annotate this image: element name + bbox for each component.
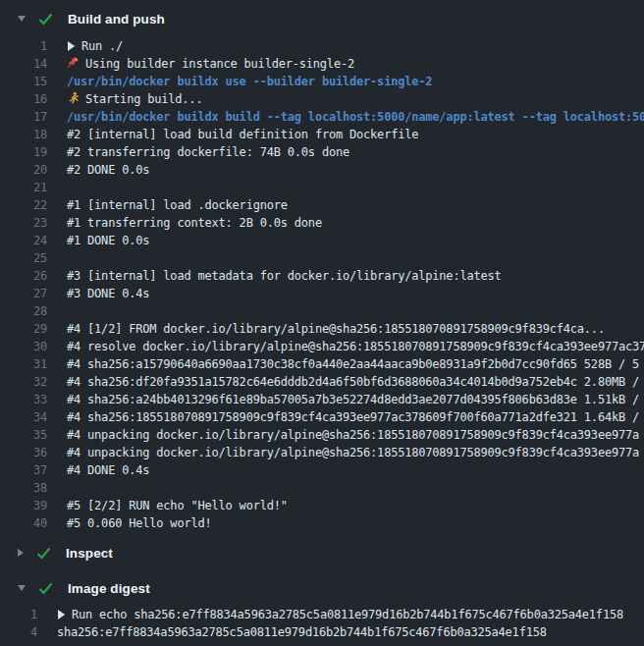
log-line: 1Run ./	[0, 37, 644, 55]
log-text: #4 [1/2] FROM docker.io/library/alpine@s…	[67, 320, 605, 338]
line-number[interactable]: 27	[0, 285, 47, 302]
log-text-content: #4 sha256:a24bb4013296f61e89ba57005a7b3e…	[67, 393, 639, 406]
line-number[interactable]: 23	[0, 214, 47, 232]
workflow-log: Build and push 1Run ./14Using builder in…	[0, 0, 644, 641]
log-text-content: sha256:e7ff8834a5963a2785c5a0811e979d16b…	[57, 625, 547, 639]
log-line: 38	[0, 479, 644, 497]
log-line: 40#5 0.060 Hello world!	[0, 514, 644, 532]
command-text: /usr/bin/docker buildx build --tag local…	[67, 108, 644, 126]
log-text-content: #5 [2/2] RUN echo "Hello world!"	[67, 499, 288, 512]
log-line: 33#4 sha256:a24bb4013296f61e89ba57005a7b…	[0, 391, 644, 408]
log-line: 29#4 [1/2] FROM docker.io/library/alpine…	[0, 320, 644, 338]
log-line: 26#3 [internal] load metadata for docker…	[0, 267, 644, 285]
section-build-and-push: Build and push 1Run ./14Using builder in…	[0, 8, 644, 532]
line-number[interactable]: 20	[0, 161, 47, 179]
log-text-content: Starting build...	[85, 92, 202, 106]
log-line: 4sha256:e7ff8834a5963a2785c5a0811e979d16…	[0, 623, 644, 641]
section-header-inspect[interactable]: Inspect	[0, 542, 644, 564]
chevron-right-icon[interactable]	[18, 549, 24, 557]
line-number[interactable]: 39	[0, 497, 47, 514]
log-line: 15/usr/bin/docker buildx use --builder b…	[0, 73, 644, 90]
section-title: Image digest	[68, 581, 150, 596]
log-text-content: #4 sha256:185518070891758909c9f839cf4ca3…	[67, 410, 639, 424]
line-number[interactable]: 40	[0, 514, 47, 532]
log-line: 14Using builder instance builder-single-…	[0, 55, 644, 73]
log-text: #4 sha256:df20fa9351a15782c64e6dddb2d4a6…	[67, 373, 639, 391]
section-image-digest: Image digest 1Run echo sha256:e7ff8834a5…	[0, 577, 644, 641]
log-text: #1 [internal] load .dockerignore	[67, 196, 288, 214]
chevron-down-icon[interactable]	[18, 585, 26, 591]
line-number[interactable]: 4	[0, 623, 37, 641]
log-line: 28	[0, 302, 644, 320]
log-lines: 1Run echo sha256:e7ff8834a5963a2785c5a08…	[0, 606, 644, 641]
log-text-content: #3 [internal] load metadata for docker.i…	[67, 269, 502, 283]
log-text-content: #3 DONE 0.4s	[67, 287, 149, 300]
line-number[interactable]: 17	[0, 108, 47, 126]
chevron-down-icon[interactable]	[18, 16, 26, 22]
line-number[interactable]: 38	[0, 479, 47, 497]
log-text-content: #4 resolve docker.io/library/alpine@sha2…	[67, 340, 644, 353]
line-number[interactable]: 1	[0, 37, 47, 55]
line-number[interactable]: 19	[0, 143, 47, 161]
success-check-icon	[38, 13, 53, 26]
log-line: 16Starting build...	[0, 90, 644, 108]
line-number[interactable]: 24	[0, 232, 47, 249]
log-line: 39#5 [2/2] RUN echo "Hello world!"	[0, 497, 644, 514]
log-line: 22#1 [internal] load .dockerignore	[0, 196, 644, 214]
section-header-build-and-push[interactable]: Build and push	[0, 8, 644, 29]
log-text: #4 unpacking docker.io/library/alpine@sh…	[67, 444, 639, 461]
log-line: 19#2 transferring dockerfile: 74B 0.0s d…	[0, 143, 644, 161]
success-check-icon	[36, 547, 51, 560]
log-line: 24#1 DONE 0.0s	[0, 232, 644, 249]
line-number[interactable]: 21	[0, 179, 47, 196]
line-number[interactable]: 34	[0, 408, 47, 426]
line-number[interactable]: 36	[0, 444, 47, 461]
line-number[interactable]: 25	[0, 249, 47, 267]
line-number[interactable]: 15	[0, 73, 47, 90]
log-line: 32#4 sha256:df20fa9351a15782c64e6dddb2d4…	[0, 373, 644, 391]
log-line: 21	[0, 179, 644, 196]
line-number[interactable]: 37	[0, 461, 47, 479]
runner-icon	[67, 90, 80, 108]
line-number[interactable]: 1	[0, 606, 37, 623]
log-line: 34#4 sha256:185518070891758909c9f839cf4c…	[0, 408, 644, 426]
line-number[interactable]: 32	[0, 373, 47, 391]
line-number[interactable]: 14	[0, 55, 47, 73]
line-number[interactable]: 28	[0, 302, 47, 320]
log-line: 31#4 sha256:a15790640a6690aa1730c38cf0a4…	[0, 355, 644, 373]
log-line: 30#4 resolve docker.io/library/alpine@sh…	[0, 338, 644, 355]
line-number[interactable]: 30	[0, 338, 47, 355]
log-line: 1Run echo sha256:e7ff8834a5963a2785c5a08…	[0, 606, 644, 623]
line-number[interactable]: 22	[0, 196, 47, 214]
log-text-content: #5 0.060 Hello world!	[67, 516, 212, 530]
log-text-content: #2 transferring dockerfile: 74B 0.0s don…	[67, 145, 349, 159]
log-text-content: Run echo sha256:e7ff8834a5963a2785c5a081…	[72, 608, 623, 621]
log-text-content: #4 unpacking docker.io/library/alpine@sh…	[67, 446, 639, 459]
log-text: #2 DONE 0.0s	[67, 161, 149, 179]
log-text-content: Run ./	[81, 39, 123, 53]
line-number[interactable]: 35	[0, 426, 47, 444]
line-number[interactable]: 18	[0, 126, 47, 143]
line-number[interactable]: 26	[0, 267, 47, 285]
log-text-content: Using builder instance builder-single-2	[85, 57, 354, 71]
log-text-content: #1 DONE 0.0s	[67, 234, 149, 247]
line-number[interactable]: 33	[0, 391, 47, 408]
log-text: #3 DONE 0.4s	[67, 285, 149, 302]
log-text: #2 [internal] load build definition from…	[67, 126, 418, 143]
line-number[interactable]: 29	[0, 320, 47, 338]
log-text: sha256:e7ff8834a5963a2785c5a0811e979d16b…	[57, 623, 547, 641]
log-text-content: #1 [internal] load .dockerignore	[67, 198, 288, 212]
log-text: #4 DONE 0.4s	[67, 461, 149, 479]
section-header-image-digest[interactable]: Image digest	[0, 577, 644, 599]
section-title: Build and push	[68, 12, 165, 27]
log-text: #4 sha256:a15790640a6690aa1730c38cf0a440…	[67, 355, 639, 373]
log-text-content: #4 sha256:df20fa9351a15782c64e6dddb2d4a6…	[67, 375, 639, 389]
log-text-content: #4 DONE 0.4s	[67, 463, 149, 477]
log-text: #1 DONE 0.0s	[67, 232, 149, 249]
log-text: #4 sha256:185518070891758909c9f839cf4ca3…	[67, 408, 639, 426]
line-number[interactable]: 16	[0, 90, 47, 108]
log-text: #5 [2/2] RUN echo "Hello world!"	[67, 497, 288, 514]
line-number[interactable]: 31	[0, 355, 47, 373]
play-icon	[57, 606, 66, 623]
log-text: #1 transferring context: 2B 0.0s done	[67, 214, 322, 232]
